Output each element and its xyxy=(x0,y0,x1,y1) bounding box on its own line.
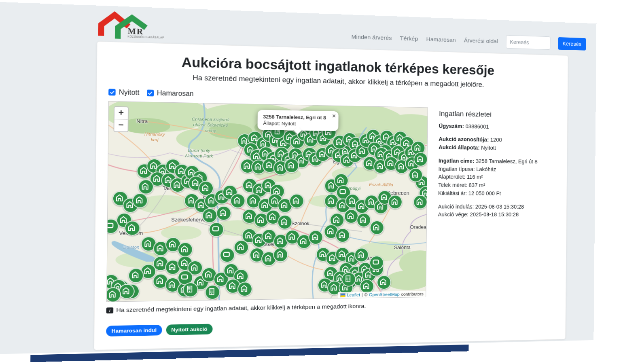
house-icon xyxy=(134,195,144,204)
zoom-in-button[interactable]: + xyxy=(114,107,128,119)
house-icon xyxy=(242,161,252,170)
house-icon xyxy=(390,197,399,205)
popup-status: Állapot: Nyitott xyxy=(263,120,329,127)
popup-close-icon[interactable]: × xyxy=(332,113,336,120)
frame-icon xyxy=(180,272,189,281)
house-icon xyxy=(218,208,228,217)
nav-item-2[interactable]: Térkép xyxy=(400,35,418,42)
map-attribution: Leaflet | © OpenStreetMap contributors xyxy=(338,291,426,298)
house-icon xyxy=(216,274,225,283)
page: MR KÖZÖSSÉGI LAKÁSALAP Minden árverésTér… xyxy=(0,2,597,359)
attribution-separator: | xyxy=(362,292,363,297)
info-text: Ha szeretnéd megtekinteni egy ingatlan a… xyxy=(116,303,366,313)
detail-value: 116 m² xyxy=(467,174,483,180)
leaflet-link[interactable]: Leaflet xyxy=(347,292,360,297)
house-icon xyxy=(267,212,277,221)
house-icon xyxy=(252,250,261,259)
house-icon xyxy=(337,230,347,239)
map-marker[interactable] xyxy=(388,195,403,209)
detail-label: Ügyszám: xyxy=(439,123,466,129)
map-marker[interactable] xyxy=(413,152,428,167)
house-icon xyxy=(121,286,131,296)
map-marker[interactable] xyxy=(132,193,148,208)
building-icon xyxy=(207,287,216,296)
house-icon xyxy=(375,161,385,170)
filter-soon-checkbox[interactable]: Hamarosan xyxy=(147,89,194,98)
map-marker[interactable] xyxy=(356,213,371,227)
osm-link[interactable]: OpenStreetMap xyxy=(369,292,400,297)
map-marker[interactable] xyxy=(216,206,231,221)
detail-label: Aukció állapota: xyxy=(439,144,481,151)
map-marker[interactable] xyxy=(409,168,423,182)
detail-value: 03886001 xyxy=(465,123,489,130)
detail-value: 1200 xyxy=(490,137,502,143)
nav-item-3[interactable]: Hamarosan xyxy=(426,36,456,43)
legend-badges: Hamarosan indul Nyitott aukció xyxy=(106,317,555,336)
detail-row: Ingatlan típusa: Lakóház xyxy=(439,165,557,174)
detail-row: Ügyszám: 03886001 xyxy=(439,122,557,132)
house-icon xyxy=(114,193,125,203)
detail-row: Aukció állapota: Nyitott xyxy=(439,144,557,153)
detail-value: 3258 Tarnalelesz, Egri út 8 xyxy=(476,158,538,165)
map-region-label: Észak-Alföld xyxy=(369,182,393,188)
open-badge: Nyitott aukció xyxy=(166,324,212,335)
house-icon xyxy=(203,269,213,279)
details-heading: Ingatlan részletei xyxy=(439,108,557,121)
attribution-suffix: contributors xyxy=(401,292,424,296)
nav-item-1[interactable]: Minden árverés xyxy=(351,33,392,41)
detail-row: Telek méret: 837 m² xyxy=(438,181,557,190)
detail-label: Ingatlan típusa: xyxy=(439,166,477,172)
frame-icon xyxy=(211,224,220,233)
search-button[interactable]: Keresés xyxy=(558,37,586,51)
house-icon xyxy=(372,222,381,231)
filter-soon-label: Hamarosan xyxy=(157,89,194,98)
detail-row: Alapterület: 116 m² xyxy=(438,173,557,182)
house-icon xyxy=(204,210,214,220)
search-input[interactable] xyxy=(506,35,550,50)
house-icon xyxy=(291,196,301,205)
house-icon xyxy=(329,283,338,292)
leaflet-map[interactable]: NitraTataBudapestVeszprémSzékesfehérvárS… xyxy=(106,101,428,302)
filter-open-label: Nyitott xyxy=(119,88,140,97)
map-region-label: Duna-Ipoly Nemzeti Park xyxy=(185,147,213,159)
house-icon xyxy=(167,239,177,248)
house-icon xyxy=(358,215,368,224)
detail-row: Ingatlan címe: 3258 Tarnalelesz, Egri út… xyxy=(439,157,557,166)
house-icon xyxy=(411,170,420,179)
nav-item-4[interactable]: Árverési oldal xyxy=(464,37,498,45)
map-marker[interactable] xyxy=(284,158,299,173)
house-icon xyxy=(280,200,289,210)
zoom-out-button[interactable]: − xyxy=(114,119,128,131)
popup-title: 3258 Tarnalelesz, Egri út 8 xyxy=(263,114,329,121)
house-icon xyxy=(107,289,117,299)
house-icon xyxy=(253,161,263,171)
map-region-label: Balaton xyxy=(123,244,140,250)
map-marker[interactable] xyxy=(202,208,217,223)
frame-icon xyxy=(371,258,381,267)
detail-label: Kikiáltási ár: xyxy=(438,190,468,196)
map-marker[interactable] xyxy=(106,287,121,302)
property-details-panel: Ingatlan részletei Ügyszám: 03886001Aukc… xyxy=(437,108,557,297)
map-marker[interactable] xyxy=(138,179,154,194)
map-region-label: Chránená krajinná oblasť Štiavnické vrch… xyxy=(192,116,230,134)
house-icon xyxy=(140,181,150,190)
house-icon xyxy=(326,196,335,205)
map-marker[interactable] xyxy=(289,194,304,208)
house-icon xyxy=(167,279,177,289)
filter-open-checkbox[interactable]: Nyitott xyxy=(108,88,139,97)
house-icon xyxy=(275,250,284,259)
attribution-copyright: © xyxy=(364,292,367,297)
house-icon xyxy=(356,250,365,259)
map-marker[interactable] xyxy=(413,195,427,209)
map-marker[interactable] xyxy=(230,193,246,208)
house-icon xyxy=(396,161,405,171)
house-icon xyxy=(365,158,374,167)
detail-label: Aukció azonosítója: xyxy=(439,136,490,142)
detail-label: Aukció vége: xyxy=(438,212,470,218)
house-icon xyxy=(264,160,274,169)
frame-icon xyxy=(338,187,348,196)
logo[interactable]: MR KÖZÖSSÉGI LAKÁSALAP xyxy=(98,10,168,40)
house-icon xyxy=(346,211,355,220)
house-icon xyxy=(224,187,234,196)
house-icon xyxy=(227,281,237,290)
